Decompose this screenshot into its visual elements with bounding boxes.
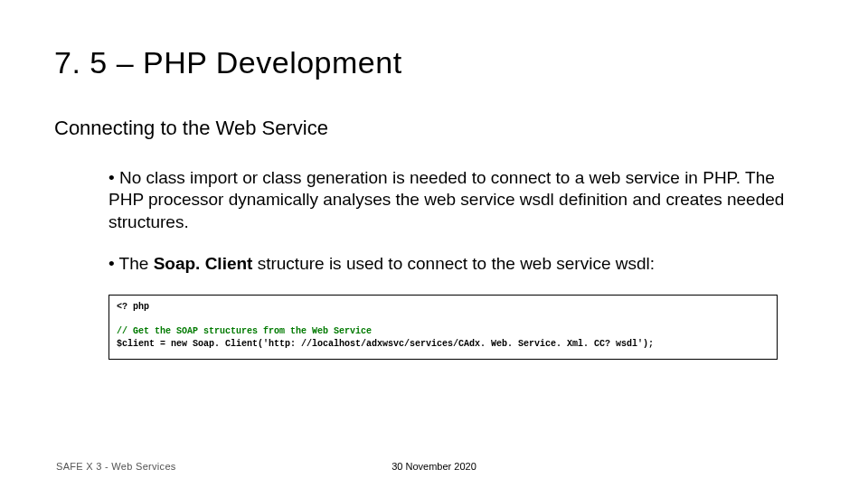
slide: 7. 5 – PHP Development Connecting to the… bbox=[0, 0, 868, 488]
bullet-1-text: No class import or class generation is n… bbox=[108, 168, 784, 231]
code-block: <? php // Get the SOAP structures from t… bbox=[108, 295, 778, 360]
bullet-2-lead: The bbox=[119, 254, 154, 273]
code-line-4: $client = new Soap. Client('http: //loca… bbox=[117, 339, 654, 349]
code-line-1: <? php bbox=[117, 302, 149, 312]
bullet-marker: • bbox=[108, 254, 119, 273]
bullet-2: • The Soap. Client structure is used to … bbox=[108, 253, 787, 275]
slide-title: 7. 5 – PHP Development bbox=[54, 45, 814, 80]
bullet-2-bold: Soap. Client bbox=[154, 254, 253, 273]
footer-date: 30 November 2020 bbox=[0, 461, 868, 472]
bullet-1: • No class import or class generation is… bbox=[108, 167, 787, 233]
slide-subtitle: Connecting to the Web Service bbox=[54, 117, 814, 140]
bullet-2-tail: structure is used to connect to the web … bbox=[252, 254, 655, 273]
body-content: • No class import or class generation is… bbox=[54, 167, 814, 275]
bullet-marker: • bbox=[108, 168, 119, 187]
code-line-3: // Get the SOAP structures from the Web … bbox=[117, 326, 372, 336]
